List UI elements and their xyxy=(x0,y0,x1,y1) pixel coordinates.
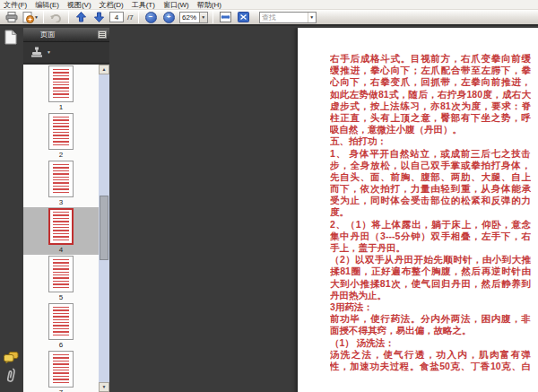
page-thumbnail[interactable]: 3 xyxy=(23,160,99,207)
thumbnail-page-number: 7 xyxy=(59,388,63,392)
text-line: 如此左势做81式，随后，右拧身180度，成右大 xyxy=(330,89,531,100)
zoom-level-dropdown[interactable]: 62% ▼ xyxy=(179,12,208,23)
thumbnail-page-number: 3 xyxy=(59,198,63,206)
search-input[interactable] xyxy=(260,13,308,22)
chevron-down-icon: ▼ xyxy=(201,15,205,20)
page-number-input[interactable] xyxy=(109,12,124,22)
chevron-down-icon: ▼ xyxy=(34,15,39,20)
comments-panel-button[interactable] xyxy=(4,351,19,367)
toolbar: ▼ /7 − + 62% ▼ xyxy=(0,10,538,26)
text-line: 汤洗之法，使气行透，功入内，肌肉富有弹 xyxy=(330,349,531,361)
menu-bar: 文件(F)编辑(E)视图(V)文档(D)工具(T)窗口(W)帮助(H) xyxy=(0,0,538,10)
menu-item[interactable]: 视图(V) xyxy=(67,0,91,10)
pages-panel-header: 页面 xyxy=(23,28,109,42)
print-button[interactable] xyxy=(4,10,19,24)
thumbnail-page-number: 4 xyxy=(59,246,63,254)
text-line: 度。 xyxy=(330,206,531,218)
menu-item[interactable]: 窗口(W) xyxy=(163,0,189,10)
thumbnail-text-preview xyxy=(52,307,70,336)
page-down-arrow-icon xyxy=(94,12,104,22)
thumbnail-image[interactable] xyxy=(48,65,74,102)
chevron-down-icon: ▼ xyxy=(47,50,51,55)
text-line: 大到小推揉81次，使气回归丹田，然后静养到 xyxy=(330,278,531,290)
fit-page-icon xyxy=(238,12,249,22)
pages-panel-toolbar: ▼ xyxy=(23,42,109,64)
scroll-up-button[interactable]: ▲ xyxy=(99,65,109,74)
thumbnail-text-preview xyxy=(52,212,70,241)
text-line: 虚步式，按上法练习，亦81次为度，要求：脊 xyxy=(330,100,531,112)
attachments-panel-button[interactable] xyxy=(4,367,18,388)
thumbnail-page-number: 6 xyxy=(59,341,63,349)
page-thumbnail[interactable]: 5 xyxy=(23,255,99,302)
search-options-button[interactable]: ▼ xyxy=(308,13,316,22)
thumbnail-text-preview xyxy=(52,259,70,289)
thumbnail-page-number: 2 xyxy=(59,151,63,159)
export-document-icon xyxy=(22,12,34,23)
page-thumbnail[interactable]: 7 xyxy=(23,350,99,392)
thumbnail-options-icon[interactable] xyxy=(30,47,44,58)
menu-item[interactable]: 文档(D) xyxy=(100,0,124,10)
text-line: 而下，依次拍打，力量由轻到重，从身体能承 xyxy=(330,183,531,195)
thumbnail-page-number: 5 xyxy=(59,293,63,301)
text-line: 受为止，同时体会受击部位的松紧和反弹的力 xyxy=(330,195,531,206)
page-thumbnail[interactable]: 2 xyxy=(23,112,99,160)
text-line: 吸自然，意微注小腹（丹田）。 xyxy=(330,124,531,135)
panel-options-button[interactable] xyxy=(98,30,107,39)
zoom-out-icon: − xyxy=(145,12,157,23)
previous-view-button-disabled[interactable] xyxy=(48,10,64,24)
thumbnail-page-number: 1 xyxy=(59,103,63,111)
text-line: 心向下，右拳变爪，回抓带，左拳向前推进， xyxy=(330,76,531,88)
page-thumbnail[interactable]: 6 xyxy=(23,302,99,350)
menu-item[interactable]: 文件(F) xyxy=(4,0,27,10)
menu-item[interactable]: 工具(T) xyxy=(132,0,155,10)
page-thumbnail[interactable]: 1 xyxy=(23,65,99,112)
text-line: 面授不得其窍，易出偏，故略之。 xyxy=(330,325,531,336)
pages-panel-button[interactable] xyxy=(4,30,17,48)
thumbnail-text-preview xyxy=(52,164,70,194)
thumbnail-image[interactable] xyxy=(48,161,74,197)
page-thumbnail[interactable]: 4 xyxy=(23,207,99,255)
text-line: 2、（1）将上体露出，躺于床上，仰卧，意念 xyxy=(330,219,531,231)
thumbnail-image[interactable] xyxy=(48,208,74,245)
text-line: 揉81圈，正好遍布整个胸腹，然后再逆时针由 xyxy=(330,266,531,277)
text-line: 先自头、面、前胸、腹部、两肋、大腿、自上 xyxy=(330,171,531,183)
text-line: 性，加速功夫过程。食盐50克、丁香10克、白 xyxy=(330,361,531,372)
thumbnail-image[interactable] xyxy=(48,256,74,292)
text-line: 步，全身放松，以自己双手掌或拳拍打身体， xyxy=(330,160,531,171)
scroll-down-icon: ▼ xyxy=(102,385,107,389)
zoom-out-button[interactable]: − xyxy=(143,10,159,24)
scroll-up-icon: ▲ xyxy=(102,67,107,72)
text-line: 集中丹田（3---5分钟）双手相叠，左手下，右 xyxy=(330,231,531,242)
zoom-in-icon: + xyxy=(163,12,175,23)
zoom-in-button[interactable]: + xyxy=(161,10,177,24)
scroll-down-button[interactable]: ▼ xyxy=(99,382,109,392)
document-view[interactable]: 右手后成格斗式。目视前方，右爪变拳向前缓缓推进，拳心向下；左爪配合带至左腭下，拳… xyxy=(109,28,538,392)
search-box: ▼ xyxy=(259,12,317,23)
previous-view-icon xyxy=(49,12,63,22)
fit-page-button[interactable] xyxy=(236,10,251,24)
thumbnail-text-preview xyxy=(52,69,70,99)
text-line: 手上，盖于丹田。 xyxy=(330,242,531,254)
paperclip-icon xyxy=(4,367,18,385)
zoom-level-value: 62% xyxy=(180,13,199,22)
text-line: 缓推进，拳心向下；左爪配合带至左腭下，拳 xyxy=(330,65,531,76)
menu-item[interactable]: 帮助(H) xyxy=(197,0,221,10)
pdf-viewer-window: 文件(F)编辑(E)视图(V)文档(D)工具(T)窗口(W)帮助(H) ▼ xyxy=(0,0,538,392)
next-page-button[interactable] xyxy=(91,10,107,24)
text-line: 五、拍打功： xyxy=(330,135,531,147)
thumbnail-scrollbar[interactable]: ▲ ▼ xyxy=(99,65,109,392)
navigation-rail xyxy=(0,28,23,392)
zoom-dropdown-button[interactable]: ▼ xyxy=(199,13,207,22)
pages-panel-title: 页面 xyxy=(40,30,98,39)
scrollbar-thumb[interactable] xyxy=(100,196,108,260)
thumbnail-image[interactable] xyxy=(48,303,74,340)
text-line: 丹田热为止。 xyxy=(330,290,531,301)
thumbnail-image[interactable] xyxy=(48,113,74,150)
thumbnail-image[interactable] xyxy=(48,351,74,388)
previous-page-button[interactable] xyxy=(74,10,89,24)
export-button[interactable]: ▼ xyxy=(22,10,39,24)
pages-panel: 页面 ▼ 1234567 ▲ ▼ xyxy=(23,28,109,392)
menu-item[interactable]: 编辑(E) xyxy=(35,0,59,10)
toolbar-separator xyxy=(43,11,44,23)
fit-width-button[interactable] xyxy=(218,10,233,24)
